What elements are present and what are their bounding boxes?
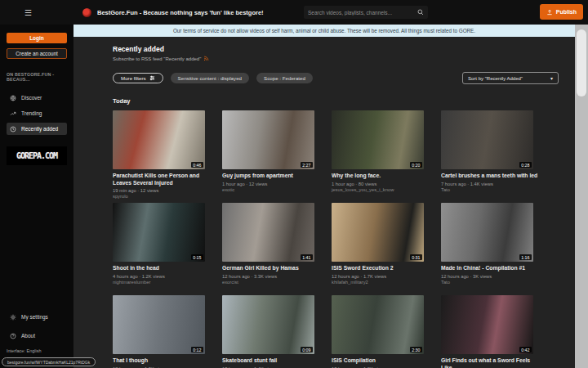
video-thumbnail[interactable]: 0:42 xyxy=(441,295,533,354)
video-channel[interactable]: khilafah_military2 xyxy=(332,280,430,285)
upload-icon xyxy=(546,9,553,16)
duration-badge: 2:27 xyxy=(301,162,313,168)
video-title[interactable]: Girl Finds out what a Sword Feels Like xyxy=(441,357,539,368)
login-button[interactable]: Login xyxy=(7,33,67,43)
more-filters-button[interactable]: More filters xyxy=(113,73,163,83)
video-title[interactable]: Made In China! - Compilation #1 xyxy=(441,265,539,272)
video-card[interactable]: 0:15 Shoot in the head 4 hours ago · 1.2… xyxy=(113,203,211,290)
video-channel[interactable]: nightmareslumber xyxy=(113,280,211,285)
video-channel[interactable]: exotic xyxy=(222,187,320,192)
video-thumbnail[interactable]: 2:27 xyxy=(222,110,314,169)
sensitive-filter-label: Sensitive content : displayed xyxy=(178,75,242,81)
sidebar-item-recently-added[interactable]: Recently added xyxy=(7,123,67,135)
chevron-down-icon: ▾ xyxy=(550,75,553,81)
gear-icon xyxy=(10,314,16,321)
video-meta: 12 hours ago · 1.7K views xyxy=(332,274,430,279)
video-card[interactable]: 0:20 Why the long face. 1 hour ago · 80 … xyxy=(332,110,430,198)
trending-icon xyxy=(10,110,16,117)
video-card[interactable]: 2:30 ISIS Compilation 13 hours ago · 1.2… xyxy=(332,295,430,368)
video-title[interactable]: Guy jumps from apartment xyxy=(222,173,320,180)
video-title[interactable]: ISIS Compilation xyxy=(332,357,430,365)
video-title[interactable]: ISIS Sword Execution 2 xyxy=(332,265,430,272)
video-card[interactable]: 0:46 Parachutist Kills one Person and Le… xyxy=(113,110,211,198)
vertical-scrollbar[interactable] xyxy=(575,25,588,368)
sort-dropdown[interactable]: Sort by "Recently Added" ▾ xyxy=(462,72,559,84)
top-bar: ☰ BestGore.Fun - Because nothing says 'f… xyxy=(0,0,588,25)
video-title[interactable]: Shoot in the head xyxy=(113,265,211,272)
video-thumbnail[interactable]: 0:46 xyxy=(113,110,205,169)
video-thumbnail[interactable]: 1:41 xyxy=(222,203,314,262)
globe-icon xyxy=(10,95,16,101)
video-card[interactable]: 0:28 Cartel brushes a mans teeth with le… xyxy=(441,110,539,198)
video-thumbnail[interactable]: 2:30 xyxy=(332,295,424,354)
video-title[interactable]: German Girl Killed by Hamas xyxy=(222,265,320,272)
duration-badge: 0:12 xyxy=(191,347,203,352)
video-thumbnail[interactable]: 0:28 xyxy=(441,110,533,169)
video-card[interactable]: 2:27 Guy jumps from apartment 1 hour ago… xyxy=(222,110,320,198)
video-channel[interactable]: Tato xyxy=(441,187,539,192)
search-input[interactable] xyxy=(308,10,417,16)
sidebar-item-my-settings[interactable]: My settings xyxy=(7,311,67,323)
video-card[interactable]: 1:41 German Girl Killed by Hamas 12 hour… xyxy=(222,203,320,290)
rss-icon[interactable] xyxy=(203,56,209,61)
site-title: BestGore.Fun - Because nothing says 'fun… xyxy=(97,9,264,16)
sidebar: Login Create an account ON BESTGORE.FUN … xyxy=(0,25,74,368)
video-title[interactable]: Why the long face. xyxy=(332,173,430,180)
video-thumbnail[interactable]: 0:12 xyxy=(113,295,205,354)
sidebar-item-discover[interactable]: Discover xyxy=(7,92,67,104)
duration-badge: 1:41 xyxy=(301,254,313,260)
video-title[interactable]: Cartel brushes a mans teeth with led xyxy=(441,173,539,180)
video-meta: 12 hours ago · 3.3K views xyxy=(222,274,320,279)
publish-button[interactable]: Publish xyxy=(540,4,583,20)
hamburger-menu-icon[interactable]: ☰ xyxy=(24,8,32,17)
site-logo-icon[interactable] xyxy=(82,8,91,17)
duration-badge: 0:31 xyxy=(410,254,422,260)
sidebar-footer: My settings About Interface: English xyxy=(7,311,67,358)
publish-label: Publish xyxy=(556,9,577,15)
video-thumbnail[interactable]: 0:20 xyxy=(332,110,424,169)
scrollbar-thumb[interactable] xyxy=(577,29,586,96)
video-card[interactable]: 0:09 Skateboard stunt fail 13 hours ago … xyxy=(222,295,320,368)
scope-filter-chip[interactable]: Scope : Federated xyxy=(256,73,313,83)
video-channel[interactable]: Tato xyxy=(441,280,539,285)
help-circle-icon xyxy=(10,333,16,339)
sensitive-content-filter-chip[interactable]: Sensitive content : displayed xyxy=(171,73,249,83)
sort-dropdown-label: Sort by "Recently Added" xyxy=(468,76,523,81)
video-card[interactable]: 0:42 Girl Finds out what a Sword Feels L… xyxy=(441,295,539,368)
sidebar-item-trending[interactable]: Trending xyxy=(7,107,67,119)
video-meta: 19 min ago · 12 views xyxy=(113,188,211,193)
duration-badge: 0:42 xyxy=(519,347,532,352)
video-card[interactable]: 0:12 That I though 12 hours ago · 1.3K v… xyxy=(113,295,211,368)
interface-language-label[interactable]: Interface: English xyxy=(7,348,67,353)
video-card[interactable]: 1:16 Made In China! - Compilation #1 12 … xyxy=(441,203,539,290)
app-window: ☰ BestGore.Fun - Because nothing says 'f… xyxy=(0,0,588,368)
instance-logo: GOREPA.COM xyxy=(7,146,67,165)
duration-badge: 2:30 xyxy=(410,347,422,352)
video-title[interactable]: Parachutist Kills one Person and Leaves … xyxy=(113,173,211,186)
video-meta: 12 hours ago · 3K views xyxy=(441,274,539,279)
duration-badge: 0:46 xyxy=(191,162,203,168)
scope-filter-label: Scope : Federated xyxy=(264,75,305,81)
video-channel[interactable]: spyrolo xyxy=(113,194,211,199)
sidebar-item-label: Recently added xyxy=(21,126,58,132)
video-thumbnail[interactable]: 0:09 xyxy=(222,295,314,354)
main-content: Recently added Subscribe to RSS feed "Re… xyxy=(74,37,575,368)
video-card[interactable]: 0:31 ISIS Sword Execution 2 12 hours ago… xyxy=(332,203,430,290)
video-channel[interactable]: jesus_loves_you_yes_i_know xyxy=(332,187,430,192)
rss-subscribe-line[interactable]: Subscribe to RSS feed "Recently added" xyxy=(113,56,568,61)
create-account-button[interactable]: Create an account xyxy=(7,48,67,59)
video-thumbnail[interactable]: 1:16 xyxy=(441,203,533,262)
video-title[interactable]: Skateboard stunt fail xyxy=(222,357,320,365)
search-icon[interactable] xyxy=(417,9,424,16)
video-thumbnail[interactable]: 0:15 xyxy=(113,203,205,262)
video-meta: 7 hours ago · 1.4K views xyxy=(441,182,539,186)
video-thumbnail[interactable]: 0:31 xyxy=(332,203,424,262)
duration-badge: 0:15 xyxy=(191,254,203,260)
video-meta: 1 hour ago · 12 views xyxy=(222,182,320,186)
terms-banner-text: Our terms of service do not allow videos… xyxy=(173,28,475,34)
video-channel[interactable]: exorcist xyxy=(222,280,320,285)
sidebar-item-about[interactable]: About xyxy=(7,330,67,342)
clock-icon xyxy=(10,126,16,132)
search-box[interactable] xyxy=(304,6,428,19)
video-title[interactable]: That I though xyxy=(113,357,211,365)
